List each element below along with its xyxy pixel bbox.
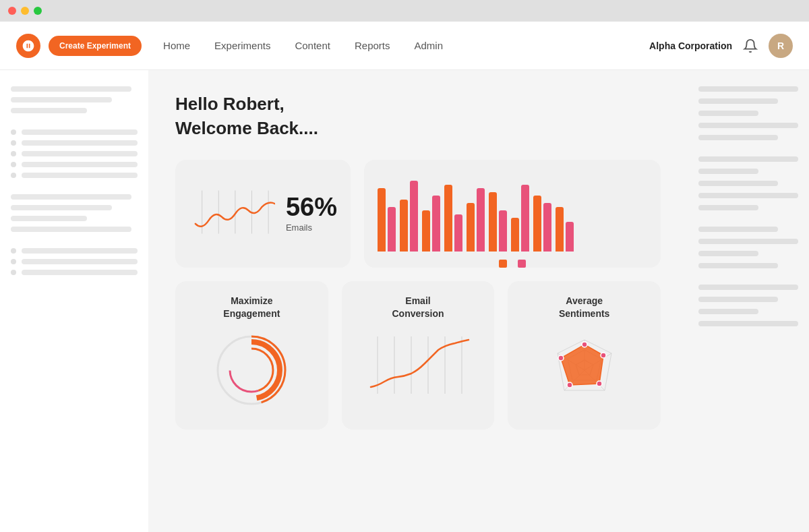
conversion-chart xyxy=(355,326,481,414)
average-sentiments-card: AverageSentiments xyxy=(508,281,661,430)
right-line xyxy=(698,309,758,314)
bar-chart-legend xyxy=(378,260,647,268)
right-line xyxy=(698,251,758,256)
legend-item-pink xyxy=(518,260,526,268)
sidebar-bullet xyxy=(11,151,16,156)
header: Create Experiment Home Experiments Conte… xyxy=(0,22,809,70)
logo xyxy=(16,34,40,58)
bar-orange xyxy=(444,185,452,252)
bar-pink xyxy=(499,210,507,252)
right-line xyxy=(698,123,798,128)
sidebar-item[interactable] xyxy=(11,270,138,275)
sidebar-line xyxy=(11,216,87,221)
right-line xyxy=(698,297,778,302)
header-right: Alpha Corporation R xyxy=(649,34,793,58)
bar-group xyxy=(422,196,440,252)
sidebar-item[interactable] xyxy=(11,151,138,156)
sidebar-item[interactable] xyxy=(11,162,138,167)
right-line xyxy=(698,193,798,198)
app: Create Experiment Home Experiments Conte… xyxy=(0,22,809,532)
sidebar-line xyxy=(11,108,87,113)
sidebar-line xyxy=(22,162,138,167)
greeting: Hello Robert, Welcome Back.... xyxy=(175,92,661,141)
create-experiment-button[interactable]: Create Experiment xyxy=(49,36,142,56)
right-line xyxy=(698,111,758,116)
sidebar-item[interactable] xyxy=(11,173,138,178)
window-chrome xyxy=(0,0,809,22)
bar-group xyxy=(467,188,485,252)
right-line xyxy=(698,169,758,174)
sidebar-bullet xyxy=(11,140,16,146)
sidebar-line xyxy=(22,140,138,146)
sidebar-line xyxy=(22,248,138,254)
svg-point-30 xyxy=(567,382,572,388)
svg-marker-26 xyxy=(561,345,603,385)
bar-orange xyxy=(422,210,430,252)
nav-admin[interactable]: Admin xyxy=(415,40,444,51)
right-line xyxy=(698,205,758,210)
minimize-dot[interactable] xyxy=(21,7,29,15)
legend-dot-pink xyxy=(518,260,526,268)
close-dot[interactable] xyxy=(8,7,16,15)
maximize-dot[interactable] xyxy=(34,7,42,15)
sidebar-item[interactable] xyxy=(11,140,138,146)
right-line xyxy=(698,156,798,162)
right-line xyxy=(698,227,778,232)
greeting-line2: Welcome Back.... xyxy=(175,116,661,140)
stat-text: 56% Emails xyxy=(286,194,337,233)
sidebar-line xyxy=(22,270,138,275)
radar-chart xyxy=(521,326,647,414)
bar-orange xyxy=(489,192,497,252)
right-line xyxy=(698,321,798,326)
bar-pink xyxy=(477,188,485,252)
avatar[interactable]: R xyxy=(769,34,793,58)
sidebar-line xyxy=(22,129,138,135)
bar-pink xyxy=(432,196,440,252)
main-content: Hello Robert, Welcome Back.... xyxy=(148,70,688,532)
sidebar-item[interactable] xyxy=(11,259,138,264)
svg-point-27 xyxy=(582,342,587,347)
stat-label: Emails xyxy=(286,223,337,233)
legend-dot-orange xyxy=(499,260,507,268)
email-conversion-card: EmailConversion xyxy=(342,281,495,430)
sidebar-section-4 xyxy=(11,248,138,275)
bar-pink xyxy=(388,207,396,252)
nav-content[interactable]: Content xyxy=(295,40,330,51)
sidebar-line xyxy=(11,194,131,200)
right-line xyxy=(698,86,798,92)
right-section-3 xyxy=(698,227,798,268)
sidebar-item[interactable] xyxy=(11,129,138,135)
bar-group xyxy=(489,192,507,252)
bar-chart xyxy=(378,173,647,254)
right-line xyxy=(698,181,778,186)
bar-pink xyxy=(410,181,418,252)
bar-orange xyxy=(556,207,564,252)
sidebar-line xyxy=(22,151,138,156)
left-sidebar xyxy=(0,70,148,532)
bar-group xyxy=(444,185,462,252)
notification-icon[interactable] xyxy=(743,38,758,53)
sidebar-line xyxy=(11,86,131,92)
maximize-title: MaximizeEngagement xyxy=(189,295,315,321)
mini-line-chart xyxy=(189,187,275,241)
svg-point-31 xyxy=(558,355,564,361)
sidebar-line xyxy=(22,259,138,264)
greeting-line1: Hello Robert, xyxy=(175,92,661,116)
right-section-4 xyxy=(698,285,798,326)
bar-orange xyxy=(400,200,408,252)
cards-row-1: 56% Emails xyxy=(175,160,661,268)
bar-orange xyxy=(533,196,541,252)
bar-group xyxy=(556,207,574,252)
nav-home[interactable]: Home xyxy=(163,40,190,51)
conversion-title: EmailConversion xyxy=(355,295,481,321)
legend-item-orange xyxy=(499,260,507,268)
sidebar-item[interactable] xyxy=(11,248,138,254)
sidebar-section-2 xyxy=(11,129,138,178)
nav-reports[interactable]: Reports xyxy=(355,40,390,51)
stat-card: 56% Emails xyxy=(175,160,351,268)
sidebar-section-3 xyxy=(11,194,138,232)
sidebar-bullet xyxy=(11,162,16,167)
nav-experiments[interactable]: Experiments xyxy=(214,40,270,51)
bar-pink xyxy=(521,185,529,252)
bar-group xyxy=(378,188,396,252)
